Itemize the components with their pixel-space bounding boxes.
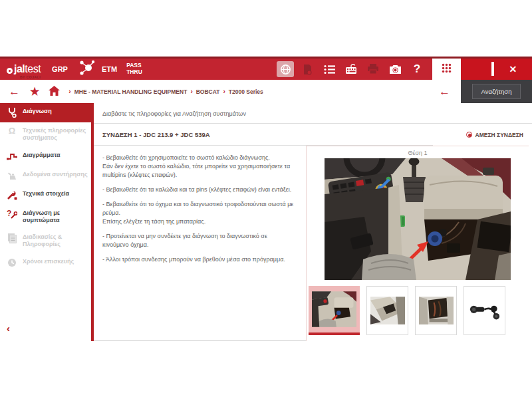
toolbar-icon-group: ? [277,61,432,77]
sidebar-item-label: Δεδομένα συντήρησης [23,171,88,178]
breadcrumb-separator: › [223,88,225,95]
favorite-star-icon[interactable]: ★ [30,86,39,97]
breadcrumb-item-bobcat[interactable]: BOBCAT [196,88,220,95]
instruction-paragraph: - Άλλοι τρόποι συνδεσης μπορούν να βρεθο… [102,255,294,264]
maximize-button[interactable] [491,63,494,75]
instruction-paragraph: - Βεβαιωθείτε ότι χρησιμοποιείτε το σωστ… [102,154,294,180]
breadcrumb-bar: ← ★ › MHE - MATERIAL HANDLING EQUIPMENT … [0,80,461,103]
breadcrumb-item-mhe[interactable]: MHE - MATERIAL HANDLING EQUIPMENT [74,88,188,95]
sidebar-collapse-button[interactable]: ‹ [0,318,91,342]
content-body: - Βεβαιωθείτε ότι χρησιμοποιείτε το σωστ… [94,146,532,341]
radio-selected-icon [466,132,472,138]
jaltest-logo[interactable]: jaltest BY COJALI [7,63,41,75]
system-list-icon[interactable] [321,61,338,77]
report-document-icon[interactable] [299,61,316,77]
thumbnail-cab-interior[interactable] [309,286,360,335]
online-globe-icon[interactable] [277,61,294,77]
connection-image-panel: Θέση 1 [306,146,529,341]
logo-subtitle: BY COJALI [20,75,41,79]
back-button[interactable]: ← [9,86,20,97]
radio-label: ΑΜΕΣΗ ΣΥΝΔΕΣΗ [475,132,523,138]
sidebar-item-label: Διάγνωση [23,108,52,115]
sidebar-item-diagrams[interactable]: Διαγράμματα [0,147,91,166]
sidebar-item-label: Χρόνοι επισκευής [23,258,74,265]
etm-button[interactable]: ETM [102,65,117,73]
connector-location-photo [325,158,511,280]
info-header: Διαβάστε τις πληροφορίες για Αναζήτηση σ… [94,103,532,124]
toolbar-gap [432,59,461,80]
pass-thru-button[interactable]: PASS THRU [126,63,142,76]
maximize-icon [491,62,494,76]
thumbnail-open-compartment[interactable] [415,286,457,335]
sidebar-item-maintenance-data[interactable]: Δεδομένα συντήρησης [0,166,91,186]
diagnosis-connector-icon [6,107,18,118]
close-button[interactable]: ✕ [509,65,517,74]
breadcrumb-separator: › [68,88,70,95]
home-icon[interactable] [49,86,60,98]
return-arrow-button[interactable]: ← [439,86,450,97]
logo-text-light: test [25,63,41,75]
sidebar: Διάγνωση Ω Τεχνικές πληροφορίες συστήματ… [0,103,91,342]
breadcrumb-separator: › [190,88,192,95]
clock-icon [6,257,18,268]
thumbnail-diagnostic-cable[interactable] [464,286,505,335]
connection-section-header: ΣΥΝΔΕΣΗ 1 - JDC 213.9 + JDC 539A ΑΜΕΣΗ Σ… [94,124,532,146]
sidebar-item-label: Διαγράμματα [23,152,60,159]
sidebar-item-procedures-info[interactable]: Διαδικασίες & Πληροφορίες [0,229,91,253]
connection-title: ΣΥΝΔΕΣΗ 1 - JDC 213.9 + JDC 539A [102,131,210,138]
breadcrumb: › MHE - MATERIAL HANDLING EQUIPMENT › BO… [68,88,263,95]
wiring-diagram-icon [6,151,18,162]
main-area: Διάγνωση Ω Τεχνικές πληροφορίες συστήματ… [0,103,532,342]
sidebar-item-label: Διάγνωση με συμπτώματα [23,209,88,225]
image-caption: Θέση 1 [408,146,427,158]
sidebar-item-system-technical-info[interactable]: Ω Τεχνικές πληροφορίες συστήματος [0,122,91,147]
oil-can-icon [6,170,18,181]
omega-icon: Ω [6,126,18,135]
sidebar-item-label: Διαδικασίες & Πληροφορίες [23,233,88,249]
thumbnail-exterior-view[interactable] [366,286,408,335]
window-controls: ✕ [461,59,532,80]
search-panel: Αναζήτηση [461,80,532,103]
question-wrench-icon: ? [6,209,18,219]
grp-button[interactable]: GRP [52,65,68,73]
logo-text-bold: jal [14,63,25,75]
section-divider [94,145,433,146]
keyboard-icon[interactable] [342,61,360,77]
toolbar-left: jaltest BY COJALI GRP ETM PASS THRU [0,59,432,80]
instruction-paragraph: - Προτείνεται να μην συνδέετε για διάγνω… [102,232,294,249]
thumbnail-strip [307,286,529,335]
sidebar-item-label: Τεχνικές πληροφορίες συστήματος [23,127,88,142]
sidebar-item-label: Τεχνικά στοιχεία [23,190,69,198]
instructions-column: - Βεβαιωθείτε ότι χρησιμοποιείτε το σωστ… [94,146,306,341]
navigation-bar: ← ★ › MHE - MATERIAL HANDLING EQUIPMENT … [0,80,532,103]
sidebar-item-technical-data[interactable]: Τεχνικά στοιχεία [0,186,91,205]
help-icon[interactable]: ? [408,61,426,77]
logo-dot-icon [7,68,13,74]
sidebar-item-repair-times[interactable]: Χρόνοι επισκευής [0,253,91,273]
svg-text:?: ? [7,209,11,218]
instruction-paragraph: - Βεβαιωθείτε ότι τα καλώδια και τα pins… [102,186,294,194]
printer-icon[interactable] [364,61,382,77]
apps-grid-icon[interactable] [442,63,452,76]
connections-graph-icon[interactable] [78,60,95,78]
screenshot-camera-icon[interactable] [386,61,404,77]
sidebar-item-diagnosis-by-symptoms[interactable]: ? Διάγνωση με συμπτώματα [0,205,91,229]
wrench-icon [6,190,18,200]
sidebar-item-diagnosis[interactable]: Διάγνωση [0,103,91,122]
jaltest-app-window: jaltest BY COJALI GRP ETM PASS THRU [0,57,532,342]
search-button[interactable]: Αναζήτηση [472,84,521,99]
instruction-paragraph: - Βεβαιωθείτε ότι το όχημα και το διαγνω… [102,200,294,226]
direct-connection-radio[interactable]: ΑΜΕΣΗ ΣΥΝΔΕΣΗ [466,132,523,138]
breadcrumb-item-t2000[interactable]: T2000 Series [229,88,263,95]
content-panel: Διαβάστε τις πληροφορίες για Αναζήτηση σ… [91,103,532,341]
documents-stack-icon [6,233,18,243]
top-toolbar: jaltest BY COJALI GRP ETM PASS THRU [0,59,532,80]
